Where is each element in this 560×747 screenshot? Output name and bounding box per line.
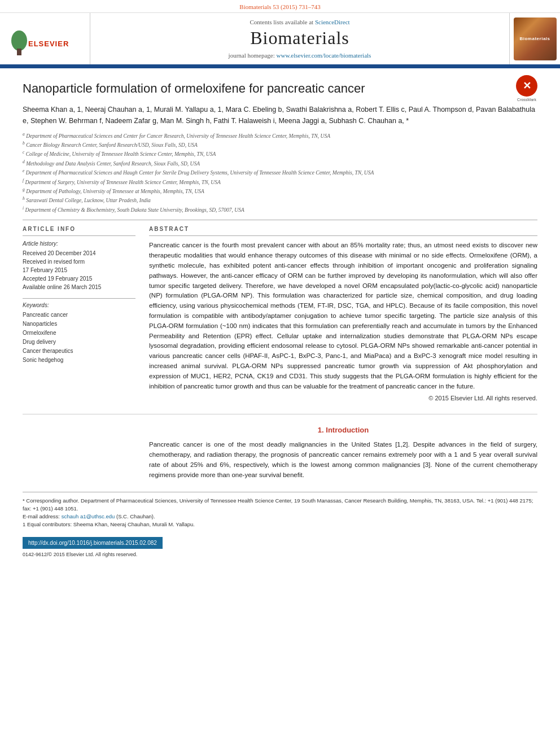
footnote-email-link[interactable]: schauh a1@uthsc.edu (62, 513, 115, 519)
keyword-5: Cancer therapeutics (23, 347, 135, 356)
affiliation-b: b Cancer Biology Research Center, Sanfor… (23, 140, 537, 149)
article-info-rule (23, 235, 135, 236)
keyword-1: Pancreatic cancer (23, 311, 135, 320)
crossmark-icon: ✕ (516, 75, 537, 97)
footnote-equal: 1 Equal contributors: Sheema Khan, Neera… (23, 521, 537, 528)
affiliation-i: i Department of Chemistry & Biochemistry… (23, 205, 537, 214)
doi-link[interactable]: http://dx.doi.org/10.1016/j.biomaterials… (23, 537, 163, 549)
intro-right: 1. Introduction Pancreatic cancer is one… (149, 426, 537, 480)
affiliations: a Department of Pharmaceutical Sciences … (23, 131, 537, 215)
journal-title-area: Contents lists available at ScienceDirec… (90, 13, 509, 64)
abstract-heading: ABSTRACT (149, 226, 537, 232)
intro-text: Pancreatic cancer is one of the most dea… (149, 440, 537, 480)
intro-heading: 1. Introduction (149, 426, 537, 434)
divider-rule (23, 220, 537, 220)
sciencedirect-link[interactable]: ScienceDirect (315, 19, 350, 25)
authors-line: Sheema Khan a, 1, Neeraj Chauhan a, 1, M… (23, 104, 537, 126)
article-title: Nanoparticle formulation of ormeloxifene… (23, 81, 365, 97)
copyright-line: © 2015 Elsevier Ltd. All rights reserved… (149, 395, 537, 401)
crossmark-label: CrossMark (516, 98, 537, 102)
revised-label: Received in revised form (23, 257, 135, 266)
issn-line: 0142-9612/© 2015 Elsevier Ltd. All right… (23, 551, 537, 559)
keyword-2: Nanoparticles (23, 320, 135, 329)
revised-date: 17 February 2015 (23, 266, 135, 274)
biomaterials-logo-area: Biomaterials (509, 13, 560, 64)
introduction-section: 1. Introduction Pancreatic cancer is one… (23, 414, 537, 480)
doi-area: http://dx.doi.org/10.1016/j.biomaterials… (23, 534, 537, 549)
two-col-layout: ARTICLE INFO Article history: Received 2… (23, 226, 537, 401)
article-info-heading: ARTICLE INFO (23, 226, 135, 232)
homepage-link[interactable]: www.elsevier.com/locate/biomaterials (277, 52, 371, 59)
abstract-text: Pancreatic cancer is the fourth most pre… (149, 241, 537, 391)
keyword-4: Drug delivery (23, 338, 135, 347)
homepage-line: journal homepage: www.elsevier.com/locat… (229, 52, 371, 59)
article-history-label: Article history: (23, 241, 135, 247)
affiliation-d: d Methodology and Data Analysis Center, … (23, 159, 537, 168)
affiliation-h: h Saraswati Dental College, Lucknow, Utt… (23, 195, 537, 204)
journal-header: ELSEVIER Contents lists available at Sci… (0, 13, 560, 66)
biomaterials-logo: Biomaterials (514, 18, 557, 60)
available-date: Available online 26 March 2015 (23, 283, 135, 291)
received-date: Received 20 December 2014 (23, 249, 135, 257)
affiliation-c: c College of Medicine, University of Ten… (23, 149, 537, 158)
abstract-rule (149, 235, 537, 236)
intro-two-col: 1. Introduction Pancreatic cancer is one… (23, 426, 537, 480)
affiliation-g: g Department of Pathology, University of… (23, 186, 537, 195)
footnote-email: E-mail address: schauh a1@uthsc.edu (S.C… (23, 513, 537, 521)
keywords-label: Keywords: (23, 302, 135, 308)
keyword-6: Sonic hedgehog (23, 356, 135, 365)
keywords-rule (23, 298, 135, 299)
elsevier-logo-area: ELSEVIER (0, 13, 90, 64)
elsevier-logo: ELSEVIER (7, 29, 83, 59)
affiliation-f: f Department of Surgery, University of T… (23, 177, 537, 186)
title-row: Nanoparticle formulation of ormeloxifene… (23, 81, 537, 104)
intro-left-empty (23, 426, 135, 480)
affiliation-a: a Department of Pharmaceutical Sciences … (23, 131, 537, 140)
elsevier-logo-svg: ELSEVIER (7, 29, 75, 59)
article-area: Nanoparticle formulation of ormeloxifene… (0, 68, 560, 570)
article-info-col: ARTICLE INFO Article history: Received 2… (23, 226, 135, 401)
affiliation-e: e Department of Pharmaceutical Sciences … (23, 168, 537, 177)
journal-reference: Biomaterials 53 (2015) 731–743 (0, 0, 560, 13)
accepted-date: Accepted 19 February 2015 (23, 274, 135, 283)
crossmark-badge[interactable]: ✕ CrossMark (516, 75, 537, 102)
contents-available-line: Contents lists available at ScienceDirec… (250, 19, 349, 25)
footnote-area: * Corresponding author. Department of Ph… (23, 492, 537, 559)
svg-text:ELSEVIER: ELSEVIER (28, 40, 69, 48)
footnote-corresponding: * Corresponding author. Department of Ph… (23, 497, 537, 513)
journal-title: Biomaterials (250, 28, 349, 49)
keyword-3: Ormeloxifene (23, 329, 135, 338)
svg-rect-2 (17, 49, 21, 55)
keywords-section: Keywords: Pancreatic cancer Nanoparticle… (23, 298, 135, 365)
svg-point-1 (11, 30, 27, 51)
abstract-col: ABSTRACT Pancreatic cancer is the fourth… (149, 226, 537, 401)
